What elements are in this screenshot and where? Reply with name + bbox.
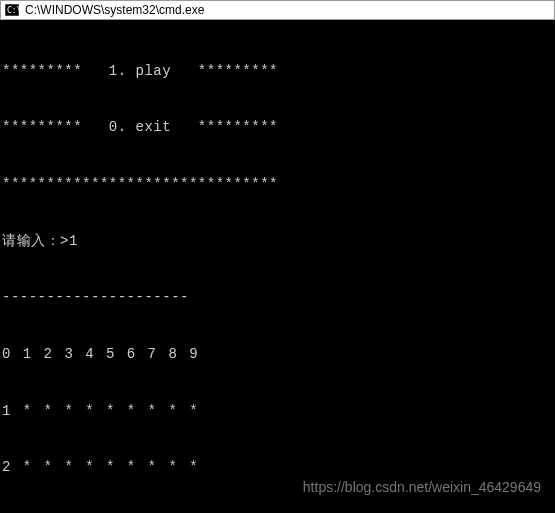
cmd-icon: C:\ [5, 4, 19, 16]
grid1-row: 2 * * * * * * * * * [2, 458, 553, 477]
window-titlebar[interactable]: C:\ C:\WINDOWS\system32\cmd.exe [0, 0, 555, 20]
window-title: C:\WINDOWS\system32\cmd.exe [25, 3, 204, 17]
prompt-input-1[interactable]: 请输入：>1 [2, 232, 553, 251]
grid1-row: 1 * * * * * * * * * [2, 402, 553, 421]
prompt-value: 1 [69, 233, 78, 249]
watermark-text: https://blog.csdn.net/weixin_46429649 [303, 479, 541, 495]
prompt-label: 请输入：> [2, 233, 69, 249]
svg-text:C:\: C:\ [7, 6, 19, 15]
console-output: ********* 1. play ********* ********* 0.… [0, 20, 555, 513]
menu-divider: ******************************* [2, 175, 553, 194]
menu-row-play: ********* 1. play ********* [2, 62, 553, 81]
separator: --------------------- [2, 288, 553, 307]
grid1-header: 0 1 2 3 4 5 6 7 8 9 [2, 345, 553, 364]
menu-row-exit: ********* 0. exit ********* [2, 118, 553, 137]
